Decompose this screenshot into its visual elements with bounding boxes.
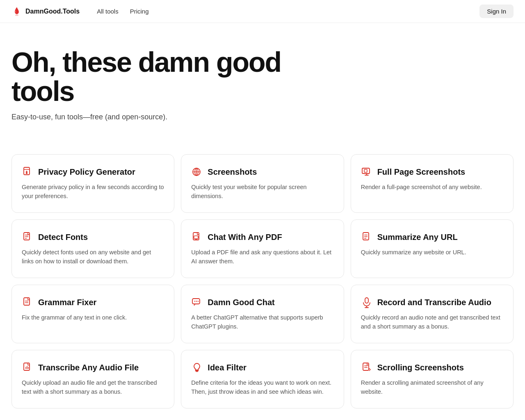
tool-desc: A better ChatGPT alternative that suppor… xyxy=(191,313,333,331)
tool-name: Transcribe Any Audio File xyxy=(38,363,139,372)
tool-name: Chat With Any PDF xyxy=(208,232,282,242)
tool-card-header: Record and Transcribe Audio xyxy=(361,297,503,308)
tool-card-header: Damn Good Chat xyxy=(191,297,333,308)
tool-card-scrolling-screenshots[interactable]: Scrolling Screenshots Render a scrolling… xyxy=(351,350,514,409)
svg-rect-7 xyxy=(362,168,370,173)
svg-point-0 xyxy=(15,14,18,16)
file-scroll-icon xyxy=(361,362,372,373)
hero-subtitle: Easy-to-use, fun tools—free (and open-so… xyxy=(11,113,514,121)
monitor-camera-icon xyxy=(361,166,372,178)
tool-desc: Render a scrolling animated screenshot o… xyxy=(361,378,503,397)
tool-card-header: Summarize Any URL xyxy=(361,231,503,243)
tool-card-header: Transcribe Any Audio File xyxy=(22,362,164,373)
flame-icon xyxy=(11,6,22,17)
svg-point-24 xyxy=(196,301,197,301)
hero-section: Oh, these damn good tools Easy-to-use, f… xyxy=(0,23,525,150)
tool-desc: Fix the grammar of any text in one click… xyxy=(22,313,164,322)
file-summary-icon xyxy=(361,231,372,243)
tool-name: Idea Filter xyxy=(208,363,246,372)
tool-card-screenshots[interactable]: Screenshots Quickly test your website fo… xyxy=(181,154,344,213)
file-edit-icon xyxy=(22,297,33,308)
svg-rect-9 xyxy=(24,233,30,240)
tool-card-header: Scrolling Screenshots xyxy=(361,362,503,373)
brand-name: DamnGood.Tools xyxy=(25,8,80,15)
brand-logo[interactable]: DamnGood.Tools xyxy=(11,6,80,17)
sign-in-button[interactable]: Sign In xyxy=(479,5,514,18)
tool-card-damn-good-chat[interactable]: Damn Good Chat A better ChatGPT alternat… xyxy=(181,285,344,343)
svg-rect-32 xyxy=(363,363,369,370)
tool-card-grammar-fixer[interactable]: Grammar Fixer Fix the grammar of any tex… xyxy=(11,285,174,343)
tool-desc: Define criteria for the ideas you want t… xyxy=(191,378,333,397)
svg-rect-19 xyxy=(24,298,30,305)
tool-card-detect-fonts[interactable]: Detect Fonts Quickly detect fonts used o… xyxy=(11,219,174,278)
tools-grid: Privacy Policy Generator Generate privac… xyxy=(0,150,525,420)
tool-desc: Render a full-page screenshot of any web… xyxy=(361,183,503,192)
tool-card-header: Privacy Policy Generator xyxy=(22,166,164,178)
tool-card-header: Grammar Fixer xyxy=(22,297,164,308)
svg-rect-8 xyxy=(364,169,367,172)
svg-point-23 xyxy=(194,301,195,301)
svg-rect-2 xyxy=(26,172,27,174)
microphone-icon xyxy=(361,297,372,308)
navbar: DamnGood.Tools All tools Pricing Sign In xyxy=(0,0,525,23)
tool-card-header: Screenshots xyxy=(191,166,333,178)
tool-card-header: Chat With Any PDF xyxy=(191,231,333,243)
tool-name: Privacy Policy Generator xyxy=(38,167,135,177)
tool-name: Record and Transcribe Audio xyxy=(377,297,491,307)
tool-desc: Quickly detect fonts used on any website… xyxy=(22,248,164,266)
tool-desc: Generate privacy policy in a few seconds… xyxy=(22,183,164,201)
svg-rect-15 xyxy=(363,233,369,240)
svg-rect-29 xyxy=(24,363,30,370)
tool-name: Screenshots xyxy=(208,167,257,177)
svg-rect-31 xyxy=(196,371,198,372)
tool-name: Scrolling Screenshots xyxy=(377,363,464,372)
tool-name: Damn Good Chat xyxy=(208,297,274,307)
tool-name: Full Page Screenshots xyxy=(377,167,466,177)
file-lock-icon xyxy=(22,166,33,178)
tool-desc: Upload a PDF file and ask any questions … xyxy=(191,248,333,266)
file-text-icon xyxy=(22,231,33,243)
tool-card-summarize-url[interactable]: Summarize Any URL Quickly summarize any … xyxy=(351,219,514,278)
nav-links: All tools Pricing xyxy=(93,5,479,17)
svg-point-25 xyxy=(198,301,199,301)
tool-desc: Quickly upload an audio file and get the… xyxy=(22,378,164,397)
lightbulb-icon xyxy=(191,362,203,373)
tool-card-chat-with-pdf[interactable]: Chat With Any PDF Upload a PDF file and … xyxy=(181,219,344,278)
file-audio-icon xyxy=(22,362,33,373)
tool-desc: Quickly summarize any website or URL. xyxy=(361,248,503,257)
tool-card-header: Full Page Screenshots xyxy=(361,166,503,178)
globe-camera-icon xyxy=(191,166,203,178)
file-chat-icon xyxy=(191,231,203,243)
svg-rect-26 xyxy=(365,298,368,303)
tool-card-idea-filter[interactable]: Idea Filter Define criteria for the idea… xyxy=(181,350,344,409)
tool-name: Detect Fonts xyxy=(38,232,88,242)
tool-card-full-page-screenshots[interactable]: Full Page Screenshots Render a full-page… xyxy=(351,154,514,213)
tool-card-header: Idea Filter xyxy=(191,362,333,373)
svg-rect-14 xyxy=(194,236,198,239)
tool-card-record-transcribe-audio[interactable]: Record and Transcribe Audio Quickly reco… xyxy=(351,285,514,343)
tool-desc: Quickly record an audio note and get tra… xyxy=(361,313,503,331)
tool-name: Summarize Any URL xyxy=(377,232,458,242)
hero-title: Oh, these damn good tools xyxy=(11,48,340,106)
tool-card-header: Detect Fonts xyxy=(22,231,164,243)
pricing-link[interactable]: Pricing xyxy=(126,5,153,17)
tool-name: Grammar Fixer xyxy=(38,297,96,307)
chat-bubble-icon xyxy=(191,297,203,308)
all-tools-link[interactable]: All tools xyxy=(93,5,123,17)
tool-card-transcribe-audio-file[interactable]: Transcribe Any Audio File Quickly upload… xyxy=(11,350,174,409)
tool-card-privacy-policy-generator[interactable]: Privacy Policy Generator Generate privac… xyxy=(11,154,174,213)
tool-desc: Quickly test your website for popular sc… xyxy=(191,183,333,201)
